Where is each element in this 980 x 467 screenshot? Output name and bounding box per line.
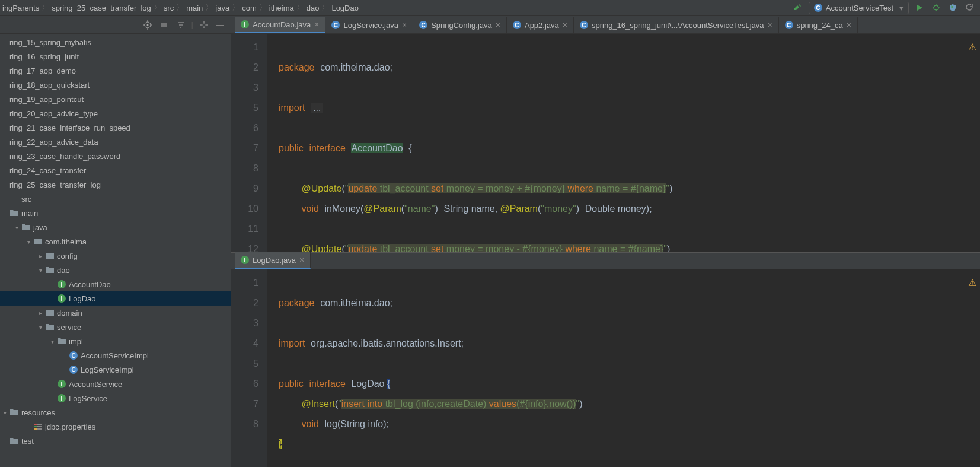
tree-row[interactable]: CAccountServiceImpl	[0, 348, 231, 363]
tree-label: test	[21, 437, 34, 446]
warning-icon[interactable]: ⚠	[968, 37, 976, 58]
code-top[interactable]: package com.itheima.dao; import ... publ…	[267, 34, 980, 252]
code-area-bottom[interactable]: 12345678 package com.itheima.dao; import…	[231, 269, 980, 467]
coverage-icon[interactable]	[947, 2, 959, 14]
close-icon[interactable]: ×	[299, 255, 304, 265]
tree-arrow-icon[interactable]: ▾	[0, 409, 9, 416]
close-icon[interactable]: ×	[496, 20, 500, 30]
svg-rect-9	[37, 426, 42, 427]
editor-tab[interactable]: Cspring_24_ca×	[779, 17, 858, 33]
folder-icon	[21, 223, 31, 232]
collapse-all-icon[interactable]	[175, 19, 187, 31]
tree-row[interactable]: IAccountService	[0, 377, 231, 391]
tree-row[interactable]: ring_21_case_interface_run_speed	[0, 120, 231, 135]
tree-row[interactable]: ring_17_aop_demo	[0, 63, 231, 78]
tab-label: spring_16_spring_junit\...\AccountServic…	[592, 21, 764, 30]
tree-label: ring_21_case_interface_run_speed	[9, 123, 130, 132]
tree-arrow-icon[interactable]: ▸	[36, 310, 45, 316]
tree-row[interactable]: ▸domain	[0, 306, 231, 320]
breadcrumb-item[interactable]: LogDao	[331, 4, 359, 12]
project-tree[interactable]: ring_15_spring_mybatisring_16_spring_jun…	[0, 34, 231, 467]
breadcrumb-item[interactable]: java	[215, 4, 229, 12]
breadcrumb-item[interactable]: src	[164, 4, 174, 12]
tree-row[interactable]: ring_15_spring_mybatis	[0, 35, 231, 49]
tree-row[interactable]: CLogServiceImpl	[0, 363, 231, 377]
tree-row[interactable]: ring_23_case_handle_password	[0, 149, 231, 163]
tree-label: ring_20_aop_advice_type	[9, 109, 98, 118]
toolbar-right: C AccountServiceTest	[792, 2, 980, 14]
tree-arrow-icon[interactable]: ▾	[12, 224, 21, 231]
tree-label: ring_22_aop_advice_data	[9, 138, 98, 147]
tree-row[interactable]: ▾resources	[0, 405, 231, 420]
tree-label: LogDao	[69, 294, 96, 303]
tab-label: spring_24_ca	[797, 21, 843, 30]
tree-row[interactable]: ▾dao	[0, 263, 231, 277]
editor-tab[interactable]: CLogService.java×	[325, 17, 413, 33]
tree-label: ring_18_aop_quickstart	[9, 81, 90, 90]
close-icon[interactable]: ×	[402, 20, 407, 30]
tree-row[interactable]: main	[0, 206, 231, 220]
tree-row[interactable]: test	[0, 434, 231, 448]
editor-tab[interactable]: IAccountDao.java×	[235, 17, 325, 33]
tree-arrow-icon[interactable]: ▾	[36, 267, 45, 274]
interface-icon: I	[57, 294, 66, 303]
close-icon[interactable]: ×	[563, 20, 567, 30]
debug-icon[interactable]	[930, 2, 942, 14]
breadcrumb-item[interactable]: itheima	[269, 4, 294, 12]
close-icon[interactable]: ×	[847, 20, 851, 30]
locate-icon[interactable]	[142, 19, 154, 31]
code-bottom[interactable]: package com.itheima.dao; import org.apac…	[267, 269, 980, 467]
breadcrumb-item[interactable]: dao	[307, 4, 320, 12]
editor-tabs-bottom: ILogDao.java×	[231, 253, 980, 269]
breadcrumb-item[interactable]: main	[186, 4, 203, 12]
tree-row[interactable]: ▾com.itheima	[0, 234, 231, 249]
tree-row[interactable]: ▸config	[0, 249, 231, 263]
tree-row[interactable]: ILogDao	[0, 291, 231, 306]
editor-tab[interactable]: CApp2.java×	[507, 17, 574, 33]
expand-all-icon[interactable]	[158, 19, 170, 31]
tab-label: SpringConfig.java	[431, 21, 492, 30]
tree-arrow-icon[interactable]: ▾	[24, 239, 33, 245]
stop-icon[interactable]	[963, 2, 975, 14]
close-icon[interactable]: ×	[767, 20, 772, 30]
tree-arrow-icon[interactable]: ▾	[47, 338, 57, 345]
tree-row[interactable]: ▾java	[0, 220, 231, 234]
tree-row[interactable]: ring_19_aop_pointcut	[0, 92, 231, 106]
tree-row[interactable]: src	[0, 192, 231, 206]
tree-row[interactable]: ring_25_case_transfer_log	[0, 177, 231, 192]
class-icon: C	[513, 21, 521, 29]
class-icon: C	[419, 21, 427, 29]
topbar: ingParents〉spring_25_case_transfer_log〉s…	[0, 0, 980, 16]
tree-row[interactable]: ring_18_aop_quickstart	[0, 78, 231, 92]
properties-icon	[33, 422, 43, 431]
svg-rect-5	[34, 424, 37, 425]
build-icon[interactable]	[792, 2, 804, 14]
editor-tab[interactable]: Cspring_16_spring_junit\...\AccountServi…	[574, 17, 779, 33]
tree-label: LogService	[69, 394, 107, 403]
tree-label: dao	[57, 266, 70, 275]
code-area-top[interactable]: 12356789101112 package com.itheima.dao; …	[231, 34, 980, 252]
tree-arrow-icon[interactable]: ▸	[36, 253, 45, 259]
warning-icon[interactable]: ⚠	[968, 273, 976, 293]
tree-row[interactable]: ring_22_aop_advice_data	[0, 135, 231, 149]
run-icon[interactable]	[914, 2, 925, 14]
run-config-selector[interactable]: C AccountServiceTest	[809, 2, 909, 14]
close-icon[interactable]: ×	[314, 20, 319, 29]
tree-arrow-icon[interactable]: ▾	[36, 324, 45, 331]
breadcrumb[interactable]: ingParents〉spring_25_case_transfer_log〉s…	[0, 2, 792, 13]
tree-label: main	[21, 209, 38, 218]
tree-row[interactable]: ring_16_spring_junit	[0, 49, 231, 63]
editor-tab[interactable]: CSpringConfig.java×	[413, 17, 507, 33]
editor-tab[interactable]: ILogDao.java×	[235, 252, 311, 269]
breadcrumb-item[interactable]: ingParents	[2, 4, 39, 12]
tree-row[interactable]: ▾impl	[0, 334, 231, 348]
breadcrumb-item[interactable]: spring_25_case_transfer_log	[52, 4, 151, 12]
tree-row[interactable]: ▾service	[0, 320, 231, 334]
tree-row[interactable]: ILogService	[0, 391, 231, 405]
tree-row[interactable]: ring_24_case_transfer	[0, 163, 231, 177]
settings-icon[interactable]	[198, 19, 210, 31]
tree-row[interactable]: jdbc.properties	[0, 420, 231, 434]
breadcrumb-item[interactable]: com	[242, 4, 257, 12]
tree-row[interactable]: IAccountDao	[0, 277, 231, 291]
tree-row[interactable]: ring_20_aop_advice_type	[0, 106, 231, 120]
